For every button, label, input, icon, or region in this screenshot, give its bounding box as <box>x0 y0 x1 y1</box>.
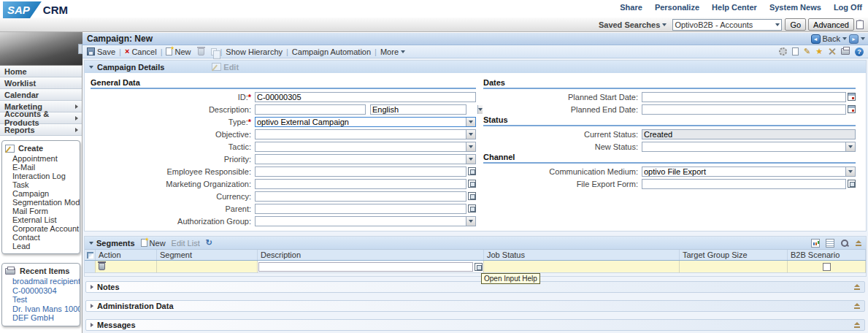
employee-responsible-input[interactable] <box>255 166 466 177</box>
objective-select[interactable] <box>255 129 476 139</box>
recent-item[interactable]: DEF GmbH <box>2 313 80 323</box>
input-help-icon[interactable] <box>475 263 483 271</box>
recent-item[interactable]: Test <box>2 295 80 305</box>
collapse-panel-icon[interactable] <box>855 240 861 246</box>
dropdown-arrow-icon[interactable] <box>466 155 475 164</box>
cancel-button[interactable]: ×Cancel <box>125 47 157 56</box>
sidebar-item-accounts-products[interactable]: Accounts & Products <box>0 112 82 124</box>
settings-gear-icon[interactable] <box>779 47 787 56</box>
create-item-campaign[interactable]: Campaign <box>2 189 80 198</box>
tools-icon[interactable] <box>828 47 836 56</box>
priority-select[interactable] <box>255 154 476 164</box>
dropdown-arrow-icon[interactable] <box>845 167 855 176</box>
authorization-group-select[interactable] <box>255 216 476 226</box>
new-status-select[interactable] <box>642 142 856 152</box>
recent-item[interactable]: C-00000304 <box>2 286 80 296</box>
create-item-corporate-account[interactable]: Corporate Account <box>2 224 80 233</box>
row-selector-cell[interactable] <box>85 261 96 273</box>
dropdown-arrow-icon[interactable] <box>466 118 475 126</box>
back-icon[interactable]: ◄ <box>811 34 821 44</box>
back-history-chevron-icon[interactable] <box>842 37 847 40</box>
print-icon[interactable] <box>841 48 850 55</box>
objective-value[interactable] <box>256 130 466 139</box>
marketing-organization-input[interactable] <box>255 179 466 189</box>
link-personalize[interactable]: Personalize <box>655 3 699 12</box>
pen-icon[interactable]: ✎ <box>804 47 810 56</box>
advanced-button[interactable]: Advanced <box>808 18 854 31</box>
priority-value[interactable] <box>256 155 466 164</box>
tactic-value[interactable] <box>256 142 466 151</box>
dropdown-arrow-icon[interactable] <box>466 130 475 139</box>
back-button[interactable]: Back <box>823 34 840 43</box>
input-help-icon[interactable] <box>468 180 476 188</box>
select-column-header[interactable] <box>85 250 96 260</box>
save-button[interactable]: Save <box>87 47 115 56</box>
column-header-b2b-scenario[interactable]: B2B Scenario <box>788 250 866 260</box>
show-hierarchy-button[interactable]: Show Hierarchy <box>226 47 283 56</box>
collapse-panel-icon[interactable] <box>853 322 860 328</box>
create-item-mail-form[interactable]: Mail Form <box>2 207 80 215</box>
create-item-external-list[interactable]: External List <box>2 215 80 224</box>
create-item-appointment[interactable]: Appointment <box>2 154 80 163</box>
recent-item[interactable]: broadmail recipients <box>2 277 80 286</box>
favorites-star-icon[interactable]: ★ <box>815 47 823 56</box>
type-select[interactable] <box>255 117 476 127</box>
saved-searches-menu[interactable]: Saved Searches <box>599 20 667 29</box>
recent-item[interactable]: Dr. Ivan Mans 1000... <box>2 305 80 314</box>
link-system-news[interactable]: System News <box>769 3 821 12</box>
column-header-action[interactable]: Action <box>96 250 157 260</box>
link-log-off[interactable]: Log Off <box>834 3 862 12</box>
row-description-input[interactable] <box>258 262 473 272</box>
collapse-panel-icon[interactable] <box>853 284 860 290</box>
segments-new-button[interactable]: New <box>141 239 166 248</box>
sidebar-item-calendar[interactable]: Calendar <box>0 89 82 101</box>
calendar-icon[interactable] <box>848 105 856 113</box>
messages-section-bar[interactable]: Messages <box>85 319 865 331</box>
forward-icon[interactable]: ► <box>849 34 859 44</box>
type-value[interactable] <box>256 118 466 126</box>
description-input[interactable] <box>255 104 366 115</box>
parent-input[interactable] <box>255 204 466 214</box>
row-segment-cell[interactable] <box>157 261 258 273</box>
input-help-icon[interactable] <box>848 180 856 188</box>
create-item-lead[interactable]: Lead <box>2 242 80 250</box>
campaign-details-header[interactable]: Campaign Details Edit <box>85 61 866 73</box>
column-header-description[interactable]: Description <box>258 250 484 260</box>
column-header-segment[interactable]: Segment <box>157 250 258 260</box>
notes-section-bar[interactable]: Notes <box>85 281 865 293</box>
sidebar-item-home[interactable]: Home <box>0 66 82 77</box>
delete-row-icon[interactable] <box>99 263 105 270</box>
link-help-center[interactable]: Help Center <box>712 3 757 12</box>
dropdown-arrow-icon[interactable] <box>477 105 483 114</box>
language-select[interactable] <box>370 104 466 115</box>
authorization-group-value[interactable] <box>256 217 466 226</box>
forward-history-chevron-icon[interactable] <box>861 37 865 40</box>
help-icon[interactable]: ? <box>855 47 864 56</box>
create-item-interaction-log[interactable]: Interaction Log <box>2 172 80 180</box>
create-item-task[interactable]: Task <box>2 180 80 189</box>
go-button[interactable]: Go <box>785 18 806 31</box>
segments-collapse[interactable]: Segments <box>89 239 135 248</box>
tactic-select[interactable] <box>255 142 476 152</box>
create-item-contact[interactable]: Contact <box>2 233 80 242</box>
file-export-form-input[interactable] <box>642 179 846 189</box>
table-view-icon[interactable] <box>826 239 834 248</box>
dropdown-arrow-icon[interactable] <box>466 142 475 151</box>
dropdown-arrow-icon[interactable] <box>845 142 855 151</box>
input-help-icon[interactable] <box>468 167 476 175</box>
administration-data-section-bar[interactable]: Administration Data <box>85 300 865 312</box>
chart-view-icon[interactable] <box>811 239 820 248</box>
row-target-group-size-cell[interactable] <box>680 261 788 273</box>
input-help-icon[interactable] <box>468 192 476 200</box>
collapse-panel-icon[interactable] <box>853 303 860 309</box>
clipboard-icon[interactable] <box>856 20 864 29</box>
communication-medium-select[interactable] <box>642 166 856 177</box>
create-item-email[interactable]: E-Mail <box>2 163 80 172</box>
sidebar-item-worklist[interactable]: Worklist <box>0 77 82 89</box>
calendar-icon[interactable] <box>848 93 856 101</box>
campaign-automation-button[interactable]: Campaign Automation <box>292 47 371 56</box>
create-item-segmentation-model[interactable]: Segmentation Model <box>2 198 80 207</box>
b2b-scenario-checkbox[interactable] <box>823 263 831 271</box>
dropdown-arrow-icon[interactable] <box>466 217 475 226</box>
planned-end-date-input[interactable] <box>642 104 846 115</box>
